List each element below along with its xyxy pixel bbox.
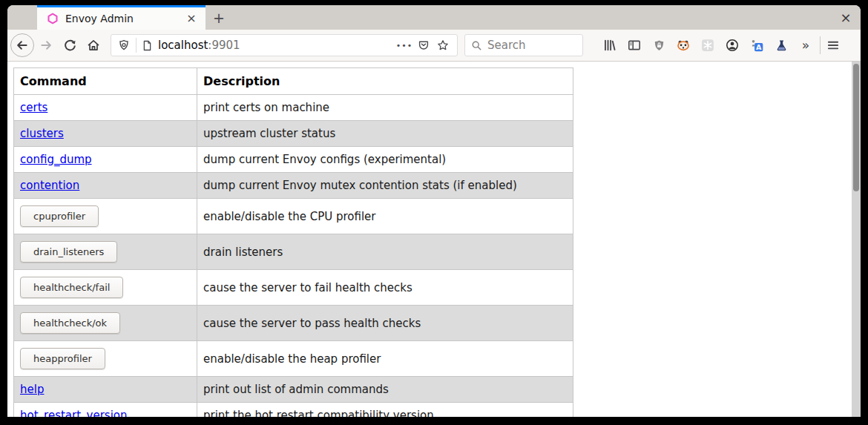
page-icon[interactable] xyxy=(142,40,153,51)
possum-extension-icon[interactable] xyxy=(676,38,691,53)
command-table-head: Command Description xyxy=(14,68,573,95)
command-cell: heapprofiler xyxy=(14,341,197,377)
back-button[interactable] xyxy=(10,33,34,57)
description-cell: print certs on machine xyxy=(197,95,573,121)
tab-envoy-admin[interactable]: Envoy Admin × xyxy=(37,5,206,30)
command-cell: hot_restart_version xyxy=(14,403,197,418)
table-row: helpprint out list of admin commands xyxy=(14,377,573,403)
page-actions-dots-icon: ••• xyxy=(396,41,412,50)
url-bar[interactable]: localhost:9901 ••• xyxy=(111,34,458,56)
command-cell: healthcheck/fail xyxy=(14,270,197,306)
table-row: healthcheck/failcause the server to fail… xyxy=(14,270,573,306)
command-link-config_dump[interactable]: config_dump xyxy=(20,153,92,166)
search-icon xyxy=(471,40,482,51)
sidebar-icon[interactable] xyxy=(627,38,642,53)
menu-icon[interactable] xyxy=(826,38,841,53)
description-cell: print the hot restart compatibility vers… xyxy=(197,403,573,418)
description-cell: enable/disable the heap profiler xyxy=(197,341,573,377)
envoy-favicon-icon xyxy=(47,13,59,24)
command-button-healthcheck/ok[interactable]: healthcheck/ok xyxy=(20,312,120,334)
table-row: cpuprofilerenable/disable the CPU profil… xyxy=(14,199,573,234)
overflow-glyph: » xyxy=(802,38,809,53)
new-tab-button[interactable]: + xyxy=(206,5,232,30)
search-input[interactable]: Search xyxy=(464,34,583,56)
command-cell: drain_listeners xyxy=(14,234,197,270)
window-close-button[interactable]: × xyxy=(831,5,861,30)
scrollbar-thumb[interactable] xyxy=(853,64,859,191)
search-placeholder: Search xyxy=(487,39,526,52)
toolbar-separator xyxy=(820,36,821,54)
description-cell: cause the server to fail health checks xyxy=(197,270,573,306)
command-cell: config_dump xyxy=(14,147,197,173)
description-cell: enable/disable the CPU profiler xyxy=(197,199,573,234)
command-cell: certs xyxy=(14,95,197,121)
description-cell: drain listeners xyxy=(197,234,573,270)
command-button-drain_listeners[interactable]: drain_listeners xyxy=(20,241,117,263)
description-cell: upstream cluster status xyxy=(197,121,573,147)
library-icon[interactable] xyxy=(602,38,617,53)
screenshot-root: { "browser": { "tab": { "title": "Envoy … xyxy=(0,0,868,425)
table-row: contentiondump current Envoy mutex conte… xyxy=(14,173,573,199)
command-cell: contention xyxy=(14,173,197,199)
tracking-protection-shield-icon[interactable] xyxy=(118,39,130,51)
command-cell: clusters xyxy=(14,121,197,147)
pocket-icon[interactable] xyxy=(414,36,433,55)
urlbar-separator xyxy=(136,38,137,53)
page-actions-button[interactable]: ••• xyxy=(395,36,414,55)
description-cell: dump current Envoy configs (experimental… xyxy=(197,147,573,173)
command-cell: cpuprofiler xyxy=(14,199,197,234)
description-cell: print out list of admin commands xyxy=(197,377,573,403)
table-row: healthcheck/okcause the server to pass h… xyxy=(14,306,573,341)
command-button-cpuprofiler[interactable]: cpuprofiler xyxy=(20,205,99,227)
flask-extension-icon[interactable] xyxy=(774,38,789,53)
url-text[interactable]: localhost:9901 xyxy=(158,39,395,52)
command-button-healthcheck/fail[interactable]: healthcheck/fail xyxy=(20,277,123,298)
table-row: drain_listenersdrain listeners xyxy=(14,234,573,270)
reload-button[interactable] xyxy=(58,33,82,57)
command-table-body: certsprint certs on machineclustersupstr… xyxy=(14,95,573,418)
svg-text:A: A xyxy=(756,43,762,51)
tab-title: Envoy Admin xyxy=(65,13,185,24)
shield-lock-extension-icon[interactable] xyxy=(651,38,666,53)
command-link-certs[interactable]: certs xyxy=(20,101,47,114)
command-column-header: Command xyxy=(14,68,197,95)
table-row: hot_restart_versionprint the hot restart… xyxy=(14,403,573,418)
forward-button[interactable] xyxy=(34,33,58,57)
tabbar-empty-space xyxy=(232,5,831,30)
translate-extension-icon[interactable]: A xyxy=(749,38,764,53)
command-link-contention[interactable]: contention xyxy=(20,179,79,192)
navigation-toolbar: localhost:9901 ••• Search xyxy=(7,30,861,62)
url-host: localhost xyxy=(158,39,208,52)
description-cell: cause the server to pass health checks xyxy=(197,306,573,341)
table-header-row: Command Description xyxy=(14,68,573,95)
table-row: heapprofilerenable/disable the heap prof… xyxy=(14,341,573,377)
command-link-help[interactable]: help xyxy=(20,383,44,396)
command-cell: help xyxy=(14,377,197,403)
browser-window: Envoy Admin × + × xyxy=(7,5,861,417)
tabbar-left-spacer xyxy=(7,5,37,30)
toolbar-buttons: A » xyxy=(602,38,813,53)
command-cell: healthcheck/ok xyxy=(14,306,197,341)
snowflake-extension-icon[interactable] xyxy=(700,38,715,53)
tab-bar: Envoy Admin × + × xyxy=(7,5,861,30)
table-row: clustersupstream cluster status xyxy=(14,121,573,147)
page-content: Command Description certsprint certs on … xyxy=(7,62,861,417)
tab-close-icon[interactable]: × xyxy=(185,12,198,25)
url-port: :9901 xyxy=(208,39,240,52)
account-extension-icon[interactable] xyxy=(725,38,740,53)
bookmark-star-icon[interactable] xyxy=(433,36,453,55)
description-column-header: Description xyxy=(197,68,573,95)
table-row: config_dumpdump current Envoy configs (e… xyxy=(14,147,573,173)
command-button-heapprofiler[interactable]: heapprofiler xyxy=(20,348,105,369)
vertical-scrollbar[interactable] xyxy=(852,62,861,417)
command-link-clusters[interactable]: clusters xyxy=(20,127,64,140)
admin-command-table: Command Description certsprint certs on … xyxy=(13,67,573,417)
command-link-hot_restart_version[interactable]: hot_restart_version xyxy=(20,409,128,417)
description-cell: dump current Envoy mutex contention stat… xyxy=(197,173,573,199)
table-row: certsprint certs on machine xyxy=(14,95,573,121)
overflow-chevron-icon[interactable]: » xyxy=(798,38,813,53)
home-button[interactable] xyxy=(82,33,105,57)
